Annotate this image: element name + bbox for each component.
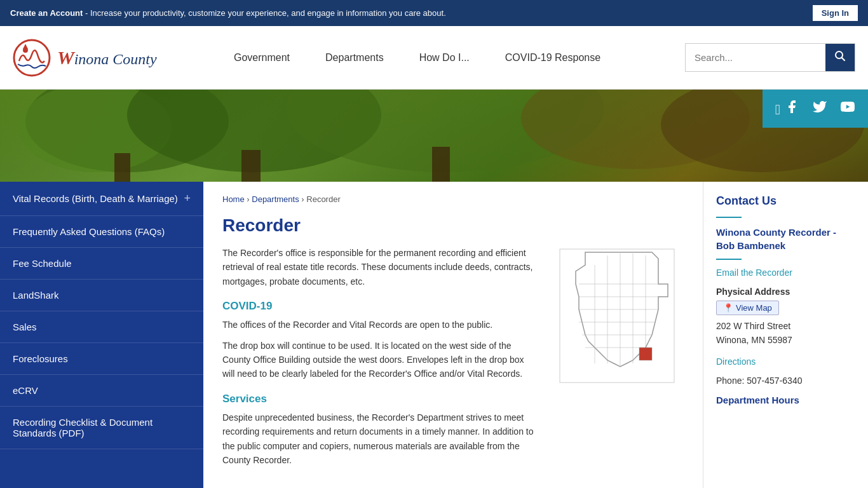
content-columns: The Recorder's office is responsible for…	[222, 246, 684, 473]
svg-line-4	[842, 58, 845, 61]
search-input[interactable]	[686, 47, 825, 68]
breadcrumb-home[interactable]: Home	[222, 194, 245, 204]
services-title: Services	[222, 393, 538, 405]
sidebar: Vital Records (Birth, Death & Marriage) …	[0, 182, 203, 488]
sidebar-item-ecrv[interactable]: eCRV	[0, 375, 203, 407]
svg-rect-27	[639, 348, 652, 360]
name-divider	[716, 259, 742, 260]
nav-item-government[interactable]: Government	[216, 52, 308, 64]
mn-map	[557, 246, 684, 473]
youtube-icon[interactable]	[840, 99, 855, 118]
hero-trees	[0, 90, 868, 182]
svg-rect-13	[432, 147, 450, 182]
breadcrumb: Home › Departments › Recorder	[222, 194, 684, 204]
content-text: The Recorder's office is responsible for…	[222, 246, 538, 473]
sidebar-item-vital-records[interactable]: Vital Records (Birth, Death & Marriage) …	[0, 182, 203, 216]
right-sidebar: Contact Us Winona County Recorder - Bob …	[703, 182, 868, 488]
svg-marker-2	[23, 44, 28, 49]
address-text: 202 W Third Street Winona, MN 55987	[716, 319, 855, 348]
sidebar-item-foreclosures[interactable]: Foreclosures	[0, 343, 203, 375]
nav-item-covid[interactable]: COVID-19 Response	[487, 52, 618, 64]
sidebar-item-sales[interactable]: Sales	[0, 311, 203, 343]
breadcrumb-current: Recorder	[306, 194, 340, 204]
main-layout: Vital Records (Birth, Death & Marriage) …	[0, 182, 868, 488]
physical-address-label: Physical Address	[716, 287, 855, 297]
contact-us-title: Contact Us	[716, 194, 855, 208]
header: Winona County Government Departments How…	[0, 26, 868, 90]
view-map-button[interactable]: 📍 View Map	[716, 301, 779, 315]
facebook-icon[interactable]: 	[775, 99, 799, 118]
breadcrumb-departments[interactable]: Departments	[252, 194, 299, 204]
search-area	[685, 43, 855, 72]
sidebar-item-faq[interactable]: Frequently Asked Questions (FAQs)	[0, 216, 203, 248]
contact-name: Winona County Recorder - Bob Bambenek	[716, 226, 855, 252]
sidebar-item-fee-schedule[interactable]: Fee Schedule	[0, 248, 203, 280]
social-bar: 	[763, 90, 868, 128]
hero-image: 	[0, 90, 868, 182]
minnesota-map-svg	[557, 246, 677, 386]
search-icon	[834, 50, 846, 62]
logo-area: Winona County	[13, 39, 191, 77]
logo-text: Winona County	[57, 47, 157, 69]
page-title: Recorder	[222, 215, 684, 236]
svg-rect-11	[114, 153, 130, 182]
contact-divider	[716, 217, 742, 218]
top-banner: Create an Account - Increase your produc…	[0, 0, 868, 26]
banner-description: - Increase your productivity, customize …	[83, 8, 445, 18]
sidebar-item-recording-checklist[interactable]: Recording Checklist & Document Standards…	[0, 407, 203, 449]
intro-paragraph: The Recorder's office is responsible for…	[222, 246, 538, 288]
twitter-icon[interactable]	[812, 99, 827, 118]
covid19-text1: The offices of the Recorder and Vital Re…	[222, 318, 538, 332]
logo-icon	[13, 39, 51, 77]
department-hours-title: Department Hours	[716, 395, 855, 405]
plus-icon: +	[184, 192, 191, 205]
banner-text: Create an Account - Increase your produc…	[10, 8, 446, 18]
covid19-title: COVID-19	[222, 300, 538, 313]
nav-item-departments[interactable]: Departments	[308, 52, 402, 64]
main-nav: Government Departments How Do I... COVID…	[216, 52, 685, 64]
content-area: Home › Departments › Recorder Recorder T…	[203, 182, 703, 488]
covid19-text2: The drop box will continue to be used. I…	[222, 339, 538, 381]
directions-link[interactable]: Directions	[716, 356, 855, 367]
address-line2: Winona, MN 55987	[716, 335, 792, 345]
sign-in-button[interactable]: Sign In	[813, 5, 858, 21]
create-account-link[interactable]: Create an Account	[10, 8, 83, 18]
svg-rect-12	[241, 150, 261, 182]
services-text: Despite unprecedented business, the Reco…	[222, 410, 538, 468]
sidebar-item-landshark[interactable]: LandShark	[0, 280, 203, 311]
map-pin-icon: 📍	[723, 303, 733, 313]
address-line1: 202 W Third Street	[716, 321, 790, 331]
search-button[interactable]	[825, 44, 855, 71]
phone-text: Phone: 507-457-6340	[716, 376, 855, 386]
email-recorder-link[interactable]: Email the Recorder	[716, 268, 855, 278]
svg-point-0	[14, 40, 50, 76]
nav-item-how-do-i[interactable]: How Do I...	[402, 52, 487, 64]
